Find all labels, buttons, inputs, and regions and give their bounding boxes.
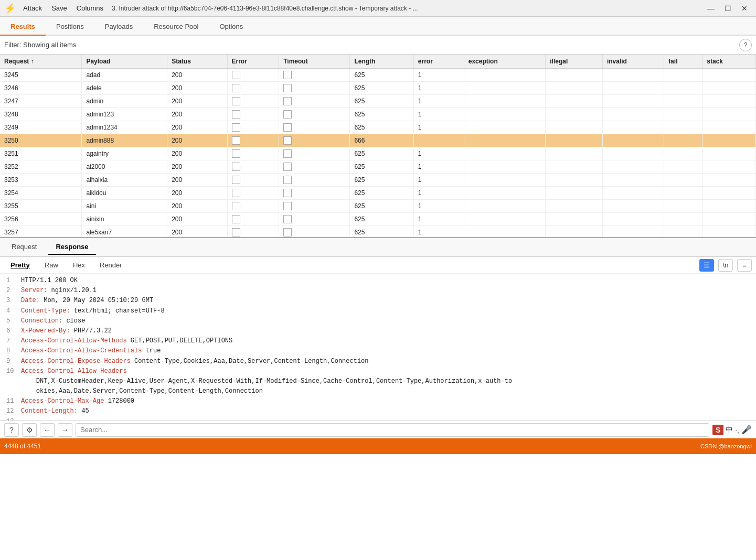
response-line-5: 5 Connection: close	[6, 316, 750, 326]
search-input[interactable]	[76, 423, 709, 437]
view-icon-newline[interactable]: \n	[718, 259, 733, 272]
tab-payloads[interactable]: Payloads	[94, 18, 143, 36]
cell-stack	[702, 160, 756, 174]
tab-pretty[interactable]: Pretty	[4, 259, 36, 271]
maximize-button[interactable]: ☐	[720, 3, 735, 14]
cell-request: 3249	[0, 121, 82, 134]
response-line-10: 10 Access-Control-Allow-Headers	[6, 367, 750, 376]
back-button[interactable]: ←	[40, 423, 55, 437]
table-row[interactable]: 3255 aini 200 625 1	[0, 200, 756, 213]
cell-request: 3245	[0, 69, 82, 82]
cell-stack	[702, 108, 756, 121]
cell-length: 666	[350, 134, 413, 147]
cell-error2: 1	[413, 174, 464, 187]
tab-raw[interactable]: Raw	[38, 259, 65, 271]
cell-length: 625	[350, 187, 413, 200]
col-payload[interactable]: Payload	[82, 55, 167, 69]
line-content: Content-Length:	[21, 406, 78, 416]
col-error2[interactable]: error	[413, 55, 464, 69]
cell-invalid	[602, 121, 664, 134]
menu-bar: Attack Save Columns	[19, 2, 108, 14]
cell-exception	[464, 134, 546, 147]
col-error[interactable]: Error	[227, 55, 279, 69]
tab-options[interactable]: Options	[209, 18, 253, 36]
cell-illegal	[546, 147, 603, 160]
cell-illegal	[546, 213, 603, 226]
cell-payload: admin888	[82, 134, 167, 147]
table-row[interactable]: 3247 admin 200 625 1	[0, 95, 756, 108]
cell-error2: 1	[413, 108, 464, 121]
cell-exception	[464, 174, 546, 187]
table-row[interactable]: 3248 admin123 200 625 1	[0, 108, 756, 121]
cell-exception	[464, 82, 546, 95]
tab-resource-pool[interactable]: Resource Pool	[143, 18, 209, 36]
tab-results[interactable]: Results	[0, 18, 46, 36]
col-fail[interactable]: fail	[664, 55, 702, 69]
minimize-button[interactable]: —	[704, 3, 718, 14]
menu-save[interactable]: Save	[47, 2, 71, 14]
settings-button[interactable]: ⚙	[22, 423, 37, 437]
tab-render[interactable]: Render	[93, 259, 129, 271]
tab-request[interactable]: Request	[4, 240, 44, 255]
line-number: 7	[6, 336, 21, 346]
cell-illegal	[546, 174, 603, 187]
table-row[interactable]: 3246 adele 200 625 1	[0, 82, 756, 95]
col-length[interactable]: Length	[350, 55, 413, 69]
cell-exception	[464, 69, 546, 82]
col-stack[interactable]: stack	[702, 55, 756, 69]
forward-button[interactable]: →	[58, 423, 72, 437]
cell-invalid	[602, 69, 664, 82]
table-row[interactable]: 3249 admin1234 200 625 1	[0, 121, 756, 134]
results-table: Request ↑ Payload Status Error Timeout L…	[0, 55, 756, 237]
help-button[interactable]: ?	[4, 423, 19, 437]
cell-illegal	[546, 69, 603, 82]
cell-payload: againtry	[82, 147, 167, 160]
table-row[interactable]: 3250 admin888 200 666	[0, 134, 756, 147]
cell-stack	[702, 226, 756, 238]
menu-columns[interactable]: Columns	[72, 2, 108, 14]
table-row[interactable]: 3245 adad 200 625 1	[0, 69, 756, 82]
line-number: 5	[6, 316, 21, 326]
table-row[interactable]: 3254 aikidou 200 625 1	[0, 187, 756, 200]
col-request[interactable]: Request ↑	[0, 55, 82, 69]
table-row[interactable]: 3253 aihaixia 200 625 1	[0, 174, 756, 187]
col-status[interactable]: Status	[167, 55, 227, 69]
s-icon: S	[712, 425, 723, 435]
col-timeout[interactable]: Timeout	[279, 55, 350, 69]
cell-stack	[702, 95, 756, 108]
col-exception[interactable]: exception	[464, 55, 546, 69]
menu-attack[interactable]: Attack	[19, 2, 46, 14]
filter-help-button[interactable]: ?	[739, 39, 752, 51]
close-button[interactable]: ✕	[737, 3, 752, 14]
view-icon-list[interactable]: ☰	[699, 259, 714, 272]
table-row[interactable]: 3252 ai2000 200 625 1	[0, 160, 756, 174]
table-row[interactable]: 3257 ale5xan7 200 625 1	[0, 226, 756, 238]
results-table-wrapper[interactable]: Request ↑ Payload Status Error Timeout L…	[0, 55, 756, 237]
table-row[interactable]: 3251 againtry 200 625 1	[0, 147, 756, 160]
main-tab-bar: Results Positions Payloads Resource Pool…	[0, 17, 756, 36]
cell-length: 625	[350, 121, 413, 134]
tab-hex[interactable]: Hex	[67, 259, 91, 271]
dot-icon: ·,	[735, 426, 739, 434]
cell-error	[227, 174, 279, 187]
cell-status: 200	[167, 226, 227, 238]
cell-status: 200	[167, 134, 227, 147]
cell-request: 3248	[0, 108, 82, 121]
line-number: 6	[6, 326, 21, 336]
cell-fail	[664, 174, 702, 187]
cell-request: 3247	[0, 95, 82, 108]
cell-exception	[464, 147, 546, 160]
table-row[interactable]: 3256 ainixin 200 625 1	[0, 213, 756, 226]
cell-payload: ale5xan7	[82, 226, 167, 238]
tab-response[interactable]: Response	[48, 240, 95, 255]
view-icon-wrap[interactable]: ≡	[737, 259, 752, 272]
cell-error	[227, 82, 279, 95]
col-invalid[interactable]: invalid	[602, 55, 664, 69]
cell-stack	[702, 69, 756, 82]
col-illegal[interactable]: illegal	[546, 55, 603, 69]
cell-payload: admin	[82, 95, 167, 108]
cell-invalid	[602, 134, 664, 147]
cell-timeout	[279, 82, 350, 95]
tab-positions[interactable]: Positions	[46, 18, 94, 36]
cell-request: 3255	[0, 200, 82, 213]
